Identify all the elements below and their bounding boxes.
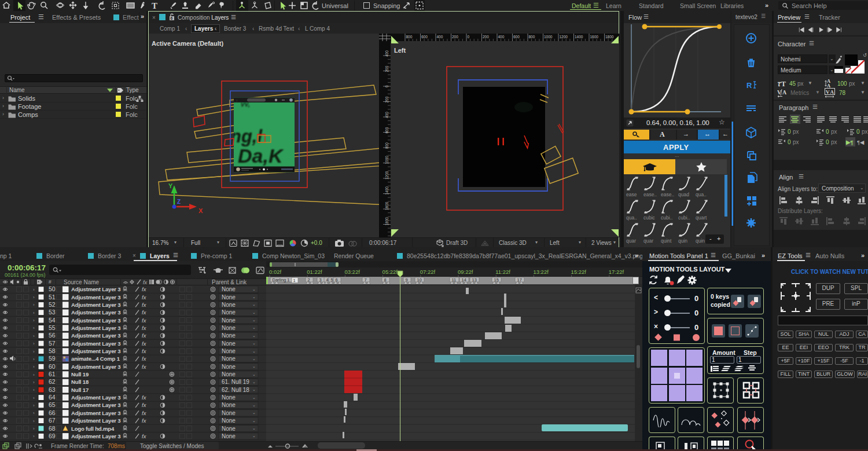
svg-text:fx: fx [142,286,147,292]
svg-text:None: None [222,402,236,408]
svg-text:fx: fx [142,332,147,339]
svg-text:400: 400 [385,50,389,57]
svg-text:800: 800 [529,35,535,39]
svg-text:1800: 1800 [385,217,389,226]
svg-text:None: None [222,364,236,370]
svg-text:7: 7 [365,277,367,283]
svg-text:1: 1 [293,278,296,283]
svg-text:None: None [222,332,236,339]
svg-text:800: 800 [385,142,389,149]
svg-text:›: › [33,302,35,307]
svg-text:A: A [782,89,787,96]
svg-text:61: 61 [49,371,56,377]
svg-text:None: None [222,286,236,292]
svg-text:›: › [33,372,35,377]
svg-text:fx: fx [142,302,147,308]
svg-text:fx: fx [143,280,148,285]
svg-text:›: › [33,349,35,354]
svg-text:01:22f: 01:22f [307,269,322,275]
svg-text:None: None [222,294,236,300]
svg-text:None: None [222,433,236,439]
svg-text:X: X [198,207,203,214]
svg-text:200: 200 [385,96,389,102]
svg-text:Adjustment Layer 3: Adjustment Layer 3 [71,340,120,347]
svg-text:fx: fx [142,325,147,331]
svg-text:Darling 1: Darling 1 [273,277,290,283]
svg-text:Left: Left [394,47,406,54]
svg-text:⌄: ⌄ [252,426,256,430]
svg-text:11:22f: 11:22f [495,269,510,275]
svg-text:Adjustment Layer 3: Adjustment Layer 3 [71,286,120,292]
svg-text:57: 57 [49,340,56,347]
svg-text:⌄: ⌄ [252,333,256,338]
svg-text:03:22f: 03:22f [344,269,360,275]
svg-text:Adjustment Layer 3: Adjustment Layer 3 [71,302,120,308]
svg-text:›: › [33,318,35,323]
svg-text:#: # [49,279,52,285]
svg-text:›: › [33,419,35,424]
svg-text:None: None [222,348,236,354]
svg-text:None: None [222,309,236,316]
svg-text:56: 56 [49,332,56,339]
svg-text:1000: 1000 [544,35,553,39]
svg-text:1200: 1200 [385,171,389,179]
svg-text:6: 6 [171,16,173,20]
svg-text:8: 8 [384,277,387,283]
svg-text:17:22f: 17:22f [609,269,624,275]
svg-text:14: 14 [462,277,466,283]
svg-text:animate...4 Comp 1: animate...4 Comp 1 [71,355,120,362]
svg-text:600: 600 [421,35,428,39]
svg-text:fx: fx [142,355,147,362]
svg-text:⌄: ⌄ [252,357,256,361]
svg-text:None: None [222,394,236,401]
svg-text:60: 60 [49,363,56,370]
svg-text:vv,: vv, [241,100,250,108]
svg-text:17: 17 [517,277,522,283]
svg-text:fx: fx [142,394,147,401]
svg-text:1200: 1200 [560,35,568,39]
svg-text:⌄: ⌄ [252,410,256,415]
svg-text:0: 0 [385,85,389,87]
svg-text:›: › [33,380,35,385]
svg-text:6: 6 [336,277,338,283]
svg-text:1600: 1600 [385,201,389,210]
svg-text:R: R [746,81,752,90]
svg-text:400: 400 [385,112,389,118]
svg-text:Adjustment Layer 3: Adjustment Layer 3 [71,402,120,408]
svg-text:›: › [33,341,35,346]
svg-text:›: › [33,333,35,339]
svg-text:⌄: ⌄ [252,395,256,399]
svg-text:50: 50 [49,285,56,292]
svg-text:62: 62 [49,378,56,385]
svg-text:200: 200 [483,35,489,39]
svg-text:52: 52 [49,301,56,308]
svg-text:59: 59 [49,355,56,362]
svg-text:61. Null 19: 61. Null 19 [222,379,249,385]
svg-text:1400: 1400 [575,35,583,39]
svg-text:›: › [33,387,35,393]
svg-text:⌄: ⌄ [252,325,256,329]
svg-text:fx: fx [142,410,147,416]
svg-text:Parent & Link: Parent & Link [212,279,247,285]
svg-text:Adjustment Layer 3: Adjustment Layer 3 [71,317,120,324]
svg-text:⌄: ⌄ [252,380,256,384]
svg-text:None: None [222,426,236,432]
svg-text:Adjustment Layer 3: Adjustment Layer 3 [71,364,120,370]
svg-text:64: 64 [49,394,56,401]
svg-text:fx: fx [142,402,147,408]
svg-text:⌄: ⌄ [252,349,256,353]
svg-text:200: 200 [452,35,458,39]
svg-text:›: › [33,434,35,439]
svg-text:65: 65 [49,401,56,408]
svg-text:⌄: ⌄ [252,372,256,376]
svg-text:5: 5 [331,277,333,283]
svg-text:fx: fx [142,317,147,324]
svg-text:13:22f: 13:22f [533,269,549,275]
svg-text:67: 67 [49,417,56,424]
svg-text:Adjustment Layer 3: Adjustment Layer 3 [71,394,120,401]
svg-text:Da,K: Da,K [238,145,284,167]
svg-text:2: 2 [308,277,310,283]
svg-text:600: 600 [385,127,389,133]
svg-text:⌄: ⌄ [252,302,256,306]
svg-text:Null 17: Null 17 [71,387,89,393]
